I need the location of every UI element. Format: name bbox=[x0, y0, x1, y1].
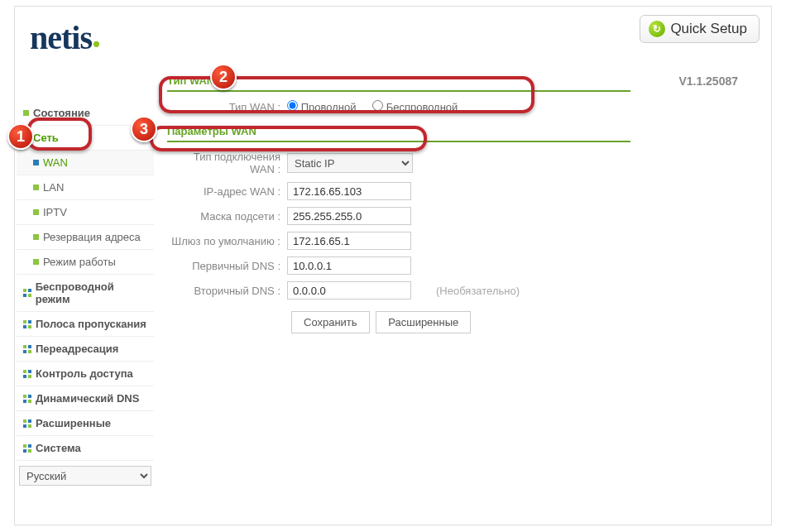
refresh-icon: ↻ bbox=[649, 21, 665, 37]
gw-input[interactable] bbox=[287, 232, 411, 250]
language-select[interactable]: Русский bbox=[19, 466, 151, 486]
sidebar-item-system[interactable]: Система bbox=[17, 436, 154, 461]
sidebar-item-advanced[interactable]: Расширенные bbox=[17, 411, 154, 436]
quick-setup-button[interactable]: ↻ Quick Setup bbox=[640, 15, 760, 43]
grid-icon bbox=[23, 345, 31, 353]
grid-icon bbox=[23, 320, 31, 328]
ip-input[interactable] bbox=[287, 182, 411, 200]
logo: netis. bbox=[30, 19, 100, 56]
square-icon bbox=[33, 234, 39, 240]
sidebar-item-wan[interactable]: WAN bbox=[17, 151, 154, 175]
sidebar-item-status[interactable]: Состояние bbox=[17, 101, 154, 126]
wan-type-wired-radio[interactable]: Проводной bbox=[287, 101, 356, 113]
sidebar-item-forwarding[interactable]: Переадресация bbox=[17, 337, 154, 362]
section-wan-params: Параметры WAN bbox=[167, 122, 630, 142]
grid-icon bbox=[23, 395, 31, 403]
square-icon bbox=[23, 135, 29, 141]
mask-label: Маска подсети : bbox=[167, 210, 287, 223]
sidebar-item-ddns[interactable]: Динамический DNS bbox=[17, 386, 154, 411]
wan-type-label: Тип WAN : bbox=[167, 101, 287, 113]
conn-type-select[interactable]: Static IP bbox=[287, 153, 413, 173]
quick-setup-label: Quick Setup bbox=[670, 21, 747, 37]
grid-icon bbox=[23, 419, 31, 428]
sidebar-item-addr-res[interactable]: Резервация адреса bbox=[17, 225, 154, 250]
square-icon bbox=[33, 259, 39, 265]
square-icon bbox=[33, 185, 39, 190]
dns1-input[interactable] bbox=[287, 256, 411, 275]
sidebar-item-iptv[interactable]: IPTV bbox=[17, 200, 154, 225]
section-wan-type: Тип WAN bbox=[167, 71, 630, 92]
advanced-button[interactable]: Расширенные bbox=[376, 311, 471, 333]
ip-label: IP-адрес WAN : bbox=[167, 185, 287, 198]
dns2-input[interactable] bbox=[287, 281, 411, 300]
square-icon bbox=[33, 160, 39, 165]
square-icon bbox=[23, 110, 29, 116]
sidebar-item-op-mode[interactable]: Режим работы bbox=[17, 250, 154, 275]
wan-type-wireless-radio[interactable]: Беспроводной bbox=[372, 101, 458, 113]
conn-type-label: Тип подключения WAN : bbox=[167, 151, 287, 175]
grid-icon bbox=[23, 444, 31, 453]
sidebar-item-bandwidth[interactable]: Полоса пропускания bbox=[17, 312, 154, 337]
mask-input[interactable] bbox=[287, 207, 411, 225]
sidebar: Состояние Сеть WAN LAN IPTV Резервация а… bbox=[17, 65, 154, 486]
firmware-version: V1.1.25087 bbox=[678, 74, 738, 88]
dns2-label: Вторичный DNS : bbox=[167, 285, 287, 297]
dns1-label: Первичный DNS : bbox=[167, 260, 287, 272]
sidebar-item-lan[interactable]: LAN bbox=[17, 175, 154, 200]
dns2-hint: (Необязательно) bbox=[436, 285, 520, 297]
square-icon bbox=[33, 209, 39, 215]
gw-label: Шлюз по умолчанию : bbox=[167, 235, 287, 247]
grid-icon bbox=[23, 289, 31, 297]
sidebar-item-wireless[interactable]: Беспроводной режим bbox=[17, 275, 154, 312]
grid-icon bbox=[23, 370, 31, 378]
save-button[interactable]: Сохранить bbox=[291, 311, 370, 333]
sidebar-item-access[interactable]: Контроль доступа bbox=[17, 362, 154, 386]
sidebar-item-network[interactable]: Сеть bbox=[17, 126, 154, 151]
main-panel: Тип WAN Тип WAN : Проводной Беспроводной… bbox=[154, 65, 771, 486]
